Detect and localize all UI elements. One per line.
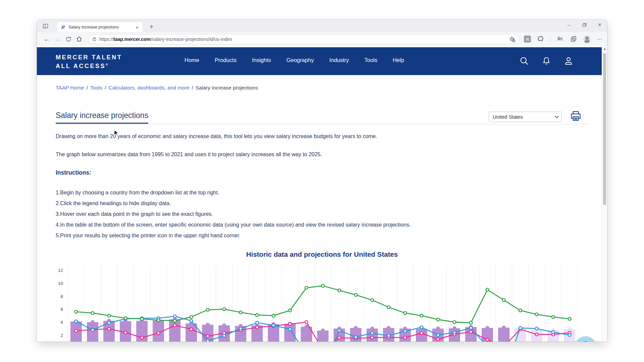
blue-line-point-2018[interactable] [453, 331, 456, 334]
collections-icon[interactable] [570, 36, 577, 43]
blue-line-point-2024[interactable] [552, 331, 555, 334]
bar-2008[interactable] [284, 324, 296, 342]
breadcrumb-link-tools[interactable]: Tools [90, 85, 102, 90]
mercer-taap-logo[interactable]: MERCER TALENT ALL ACCESS® [56, 54, 122, 70]
blue-line-point-2015[interactable] [404, 330, 407, 333]
pink-line-point-2023[interactable] [535, 333, 538, 336]
green-line-point-2021[interactable] [502, 299, 505, 302]
green-line-point-1998[interactable] [124, 317, 127, 320]
blue-line-point-2016[interactable] [420, 326, 423, 329]
green-line-point-2004[interactable] [223, 308, 226, 311]
blue-line-point-2025[interactable] [568, 334, 571, 337]
blue-line-point-2004[interactable] [223, 334, 226, 337]
notifications-bell-icon[interactable] [542, 56, 551, 66]
blue-line-point-2001[interactable] [173, 315, 176, 318]
blue-line-point-2007[interactable] [272, 324, 275, 327]
blue-line-point-2014[interactable] [387, 334, 390, 337]
pink-line-point-2013[interactable] [371, 336, 374, 339]
nav-item-industry[interactable]: Industry [329, 57, 349, 63]
pink-line-point-2019[interactable] [470, 330, 473, 334]
green-line-point-2019[interactable] [470, 321, 473, 324]
pink-line-point-2016[interactable] [420, 332, 423, 335]
nav-item-geography[interactable]: Geography [286, 57, 314, 63]
green-line-point-2003[interactable] [206, 308, 209, 311]
green-line-point-2009[interactable] [305, 286, 308, 289]
green-line-point-2024[interactable] [552, 315, 555, 318]
add-favorite-icon[interactable] [509, 36, 516, 43]
green-line-point-1995[interactable] [75, 310, 78, 313]
restore-icon[interactable] [581, 22, 588, 27]
extension-n-icon[interactable]: n [524, 36, 531, 43]
settings-ellipsis-icon[interactable]: ⋯ [597, 36, 602, 42]
page-scrollbar[interactable] [602, 46, 607, 342]
refresh-icon[interactable] [63, 36, 74, 43]
blue-line-point-1996[interactable] [91, 328, 94, 331]
scrollbar-up-icon[interactable] [603, 48, 606, 50]
salary-projections-chart[interactable]: 12108642 [37, 260, 602, 342]
breadcrumb-link-calculators-dashboards-and-more[interactable]: Calculators, dashboards, and more [109, 85, 190, 90]
close-window-icon[interactable]: × [596, 21, 603, 28]
green-line-point-2006[interactable] [256, 313, 259, 316]
pink-line-point-2011[interactable] [338, 336, 341, 339]
nav-item-help[interactable]: Help [393, 57, 404, 63]
pink-line-point-2002[interactable] [190, 328, 193, 331]
bar-1996[interactable] [87, 322, 98, 342]
pink-line-point-2008[interactable] [288, 322, 291, 325]
green-line-point-2018[interactable] [453, 321, 456, 324]
green-line-point-2005[interactable] [239, 311, 242, 314]
pink-line-point-2001[interactable] [173, 324, 176, 327]
green-line-point-2020[interactable] [486, 288, 489, 291]
blue-line-point-2008[interactable] [288, 328, 291, 331]
green-line-point-2000[interactable] [157, 319, 160, 322]
green-line-point-2001[interactable] [173, 319, 176, 322]
blue-line-point-1997[interactable] [108, 321, 111, 324]
blue-line-point-2022[interactable] [519, 326, 522, 329]
pink-line-point-2000[interactable] [157, 332, 160, 335]
blue-line-point-2023[interactable] [535, 327, 538, 330]
green-line-point-2016[interactable] [420, 314, 423, 317]
blue-line-point-2005[interactable] [239, 327, 242, 330]
country-select[interactable]: United States [489, 112, 562, 122]
nav-item-insights[interactable]: Insights [252, 57, 271, 63]
nav-item-home[interactable]: Home [184, 57, 199, 63]
pink-line-point-1997[interactable] [108, 327, 111, 330]
green-line-point-1999[interactable] [141, 317, 144, 320]
pink-line-point-2017[interactable] [437, 338, 440, 341]
green-line-point-2025[interactable] [568, 317, 571, 320]
pink-line-point-2020[interactable] [486, 338, 489, 341]
blue-line-point-2012[interactable] [354, 336, 357, 339]
minimize-icon[interactable]: – [566, 22, 572, 27]
green-line-point-1996[interactable] [91, 312, 94, 315]
back-icon[interactable]: ← [42, 36, 52, 43]
tab-actions-icon[interactable] [42, 23, 49, 29]
tab-close-icon[interactable]: × [134, 24, 140, 30]
nav-item-products[interactable]: Products [215, 57, 236, 63]
print-icon[interactable] [570, 110, 582, 122]
green-line-point-2011[interactable] [338, 289, 341, 292]
green-line-point-2017[interactable] [437, 318, 440, 321]
blue-line-point-2011[interactable] [338, 329, 341, 332]
green-line-point-2023[interactable] [535, 313, 538, 316]
pink-line-point-2006[interactable] [256, 326, 259, 329]
pink-line-point-2015[interactable] [404, 336, 407, 339]
green-line-point-2007[interactable] [272, 314, 275, 317]
search-icon[interactable] [519, 56, 529, 66]
salary-increase-bars[interactable] [70, 317, 575, 342]
green-line-point-2015[interactable] [404, 312, 407, 315]
blue-line-point-2019[interactable] [470, 326, 473, 329]
scrollbar-thumb[interactable] [603, 53, 606, 205]
green-line-point-2010[interactable] [321, 284, 324, 287]
breadcrumb-link-taap-home[interactable]: TAAP Home [56, 85, 84, 90]
green-line-point-1997[interactable] [108, 314, 111, 317]
bar-2021[interactable] [498, 327, 509, 342]
home-icon[interactable] [74, 36, 85, 43]
green-line-point-2008[interactable] [288, 309, 291, 312]
extensions-puzzle-icon[interactable] [537, 36, 544, 43]
pink-line-point-2009[interactable] [305, 321, 308, 324]
account-person-icon[interactable] [564, 56, 574, 66]
pink-line-point-1995[interactable] [75, 329, 78, 333]
green-line-point-2002[interactable] [190, 315, 193, 318]
address-bar[interactable]: https://taap.mercer.com/salary-increase-… [89, 34, 519, 44]
blue-line-point-1995[interactable] [75, 320, 78, 323]
pink-line-point-1998[interactable] [124, 331, 127, 334]
